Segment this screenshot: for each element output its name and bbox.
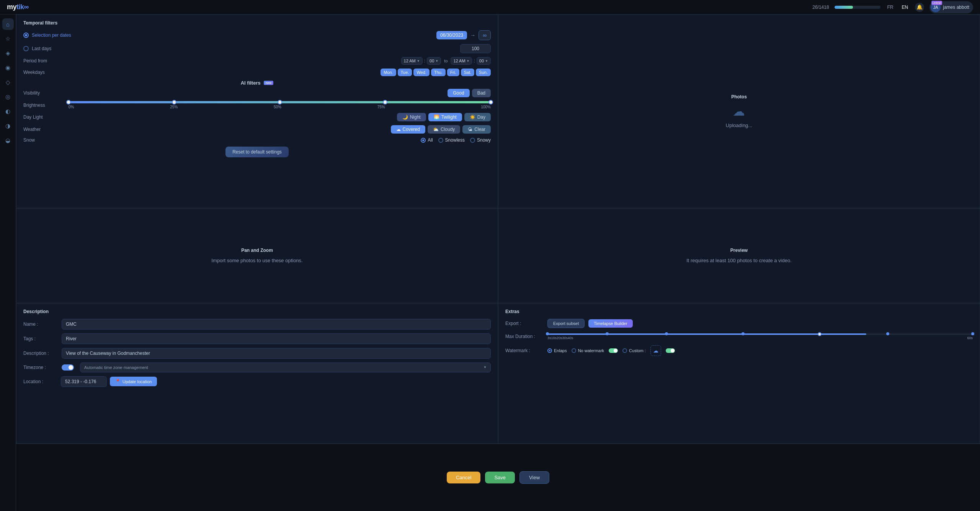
timezone-select[interactable]: Automatic time zone management ▼ [80,362,491,372]
sidebar-icon-half1[interactable]: ◐ [2,106,14,117]
export-subset-btn[interactable]: Export subset [547,319,585,328]
sidebar-icon-diamond[interactable]: ◇ [2,77,14,88]
sidebar-icon-target[interactable]: ◎ [2,91,14,103]
navbar-right: 26/1418 FR EN 🔔 JA Unline james abbott [812,1,973,13]
name-label: Name : [23,322,58,327]
last-days-radio[interactable] [23,46,29,51]
selection-per-dates-label: Selection per dates [32,33,71,38]
nav-counter: 26/1418 [812,5,829,10]
description-panel: Description Name : Tags : Description : … [16,303,498,444]
switch-thumb [69,365,73,370]
wm-enlaps-radio [547,348,552,353]
export-row: Export : Export subset Timelapse Builder [505,319,973,328]
snow-snowless[interactable]: Snowless [438,137,465,143]
slider-thumb-25[interactable] [172,100,176,104]
duration-dot-3s [546,332,549,335]
weekday-sat[interactable]: Sat. [461,69,475,76]
view-btn[interactable]: View [519,471,549,484]
weekday-thu[interactable]: Thu. [431,69,446,76]
snow-snowy[interactable]: Snowy [470,137,491,143]
weekday-tue[interactable]: Tue. [398,69,412,76]
sidebar-icon-circle[interactable]: ◉ [2,62,14,73]
weather-covered-btn[interactable]: ☁ Covered [391,125,425,134]
duration-dot-10s [606,332,609,335]
last-days-label: Last days [32,46,51,51]
duration-slider[interactable]: 3s 10s 20s 30s 40s 60s [547,333,973,340]
slider-thumb-75[interactable] [383,100,387,104]
last-days-input[interactable] [460,44,491,53]
weather-cloudy-btn[interactable]: ⛅ Cloudy [428,125,460,134]
weekday-fri[interactable]: Fri. [447,69,459,76]
watermark-toggle[interactable] [609,348,618,353]
wm-upload-icon[interactable]: ☁ [650,345,661,356]
sidebar-icon-star[interactable]: ☆ [2,33,14,44]
progress-fill [835,6,853,9]
watermark-options: Enlaps No watermark Custom : ☁ [547,345,973,356]
bell-icon[interactable]: 🔔 [915,3,924,12]
slider-thumb-0[interactable] [66,100,71,104]
watermark-custom[interactable]: Custom : [622,348,646,353]
link-icon[interactable]: ∞ [479,30,491,40]
duration-thumb[interactable] [818,332,822,336]
timezone-toggle [62,364,74,371]
reset-btn[interactable]: Reset to default settings [225,147,289,157]
description-row: Description : [23,348,491,359]
last-days-row: Last days [23,44,491,53]
visibility-label: Visibility [23,90,58,96]
snow-all[interactable]: All [421,137,433,143]
sidebar-icon-user[interactable]: ◒ [2,135,14,146]
timelapse-builder-btn[interactable]: Timelapse Builder [588,319,633,328]
brightness-slider[interactable]: 0% 25% 50% 75% 100% [69,101,491,109]
date-value[interactable]: 06/30/2023 [436,31,467,39]
location-input[interactable] [61,376,107,387]
dropdown-arrow: ▼ [485,59,488,63]
time-to-hour[interactable]: 12 AM ▼ [451,57,472,65]
slider-thumb-50[interactable] [278,100,282,104]
save-btn[interactable]: Save [485,472,515,483]
update-location-btn[interactable]: 📍 Update location [110,377,157,386]
daylight-twilight-btn[interactable]: 🌅 Twilight [428,113,462,121]
cancel-btn[interactable]: Cancel [447,472,480,483]
sidebar-icon-analytics[interactable]: ◈ [2,47,14,59]
switch-track[interactable] [62,364,74,371]
temporal-filters-panel: Temporal filters Selection per dates 06/… [16,15,498,208]
weekdays-row: Weekdays Mon. Tue. Wed. Thu. Fri. Sat. S… [23,69,491,76]
visibility-good-btn[interactable]: Good [448,89,469,97]
name-row: Name : [23,319,491,330]
lang-en[interactable]: EN [900,4,910,11]
time-from-min[interactable]: 00 ▼ [427,57,441,65]
description-input[interactable] [62,348,491,359]
time-to-min[interactable]: 00 ▼ [477,57,491,65]
weekday-wed[interactable]: Wed. [413,69,429,76]
time-to-label: to [444,59,448,63]
main-content: Temporal filters Selection per dates 06/… [16,15,980,511]
watermark-label: Watermark : [505,348,544,353]
watermark-none[interactable]: No watermark [572,348,604,353]
description-label: Description : [23,351,58,356]
daylight-day-btn[interactable]: ☀️ Day [464,113,491,121]
preview-panel: Preview It requires at least 100 photos … [498,208,980,303]
dropdown-arrow: ▼ [417,59,420,63]
lang-fr[interactable]: FR [886,4,895,11]
temporal-filters-title: Temporal filters [23,20,491,26]
watermark-toggle2[interactable] [666,348,675,353]
time-from-hour[interactable]: 12 AM ▼ [401,57,423,65]
daylight-night-btn[interactable]: 🌙 Night [397,113,426,121]
name-input[interactable] [62,319,491,330]
visibility-bad-btn[interactable]: Bad [472,89,491,97]
tags-input[interactable] [62,333,491,344]
weather-clear-btn[interactable]: 🌤 Clear [462,125,491,134]
preview-msg: It requires at least 100 photos to creat… [686,258,792,263]
user-avatar[interactable]: JA Unline james abbott [929,1,973,13]
slider-thumb-100[interactable] [488,100,493,104]
avatar-circle: JA Unline [931,2,941,12]
weekday-sun[interactable]: Sun. [476,69,491,76]
weekday-mon[interactable]: Mon. [381,69,396,76]
sidebar-icon-half2[interactable]: ◑ [2,120,14,132]
sidebar-icon-home[interactable]: ⌂ [2,18,14,30]
watermark-enlaps[interactable]: Enlaps [547,348,567,353]
watermark-row: Watermark : Enlaps No watermark Custom : [505,345,973,356]
weather-toggle-group: ☁ Covered ⛅ Cloudy 🌤 Clear [391,125,491,134]
selection-per-dates-row: Selection per dates 06/30/2023 → ∞ [23,30,491,40]
selection-dates-radio[interactable] [23,33,29,38]
